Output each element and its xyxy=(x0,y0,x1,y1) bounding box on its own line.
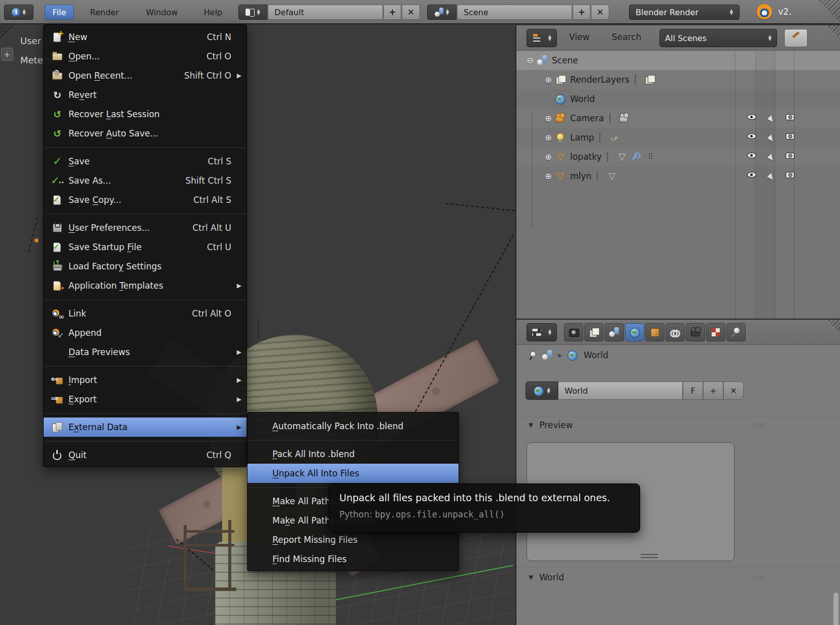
panel-drag-grip[interactable]: ::::: ::::: xyxy=(753,575,764,580)
render-engine-dropdown[interactable]: Blender Render ▲▼ xyxy=(629,5,740,20)
window-corner-grip[interactable] xyxy=(818,0,840,22)
scene-selector[interactable]: ▲▼ xyxy=(427,5,457,20)
file-menu-item-append[interactable]: Append xyxy=(44,323,247,342)
toggle-renderability-camera-icon[interactable] xyxy=(786,114,794,120)
properties-tab-object-data[interactable] xyxy=(686,323,705,341)
toggle-renderability-camera-icon[interactable] xyxy=(786,172,794,178)
empty-object-outline xyxy=(28,218,38,252)
area-divider-vertical[interactable] xyxy=(515,25,516,625)
screen-layout-name-field[interactable]: Default xyxy=(268,5,383,20)
file-menu-item-application-templates[interactable]: Application Templates▶ xyxy=(44,276,247,295)
expander-plus-icon[interactable]: ⊕ xyxy=(542,171,555,181)
properties-tab-render-layers[interactable] xyxy=(584,323,604,341)
file-menu-item-save-startup-file[interactable]: Save Startup FileCtrl U xyxy=(44,237,247,257)
object-origin-dot xyxy=(34,238,39,242)
outliner-menu-view[interactable]: View xyxy=(569,32,589,42)
expander-plus-icon[interactable]: ⊕ xyxy=(542,75,555,85)
menu-file[interactable]: File xyxy=(45,5,74,20)
outliner-row-mlyn[interactable]: ⊕▽mlyn▽ xyxy=(516,166,840,186)
properties-tab-world[interactable] xyxy=(625,323,644,341)
preview-panel-header[interactable]: ▼ Preview xyxy=(529,420,573,430)
file-menu-item-revert[interactable]: ↻Revert xyxy=(44,85,247,105)
editor-type-selector-info[interactable]: i ▲▼ xyxy=(4,5,33,20)
area-divider-horizontal[interactable] xyxy=(515,319,840,320)
file-menu-item-save-copy[interactable]: Save Copy...Ctrl Alt S xyxy=(44,190,247,210)
external-data-item-pack-all-into-blend[interactable]: Pack All Into .blend xyxy=(248,444,459,464)
file-menu-item-open-recent[interactable]: Open Recent...Shift Ctrl O▶ xyxy=(44,66,247,85)
file-menu-item-open[interactable]: Open...Ctrl O xyxy=(44,47,247,66)
scene-name-field[interactable]: Scene xyxy=(457,5,572,20)
panel-drag-grip[interactable]: ::::: ::::: xyxy=(753,423,764,428)
delete-scene-button[interactable]: ✕ xyxy=(591,5,609,20)
submenu-arrow-icon: ▶ xyxy=(234,424,241,431)
menu-item-shortcut: Ctrl O xyxy=(206,51,231,61)
outliner-row-world[interactable]: World xyxy=(516,89,840,109)
file-menu-item-recover-last-session[interactable]: ↺Recover Last Session xyxy=(44,105,247,124)
properties-tab-texture[interactable] xyxy=(706,323,725,341)
file-menu-item-new[interactable]: NewCtrl N xyxy=(44,27,247,47)
file-menu-item-data-previews[interactable]: Data Previews▶ xyxy=(44,342,247,362)
file-menu-item-recover-auto-save[interactable]: ↺Recover Auto Save... xyxy=(44,124,247,143)
file-menu-item-save-as[interactable]: ✓Save As...Shift Ctrl S xyxy=(44,171,247,190)
world-id-selector[interactable]: ▲▼ xyxy=(526,381,558,400)
properties-scrollbar[interactable] xyxy=(833,593,838,625)
fake-user-button[interactable]: F xyxy=(683,381,703,400)
world-panel-header[interactable]: ▼ World xyxy=(529,572,564,582)
checkbox-unchecked-icon[interactable] xyxy=(256,421,257,432)
outliner-row-renderlayers[interactable]: ⊕RenderLayers xyxy=(516,70,840,89)
expander-plus-icon[interactable]: ⊕ xyxy=(542,152,555,162)
file-menu-item-load-factory-settings[interactable]: Load Factory Settings xyxy=(44,257,247,276)
unlink-world-button[interactable]: ✕ xyxy=(723,381,744,400)
outliner-row-lamp[interactable]: ⊕Lamp↷ xyxy=(516,128,840,147)
properties-tab-render[interactable] xyxy=(564,323,583,341)
external-data-item-unpack-all-into-files[interactable]: Unpack All Into Files xyxy=(248,464,459,483)
menu-separator xyxy=(44,409,247,418)
world-name-field[interactable]: World xyxy=(558,381,683,400)
file-menu-item-save[interactable]: ✓SaveCtrl S xyxy=(44,152,247,171)
preview-resize-handle[interactable] xyxy=(641,554,658,558)
file-menu-item-link[interactable]: LinkCtrl Alt O xyxy=(44,304,247,323)
file-menu-item-import[interactable]: Import▶ xyxy=(44,370,247,390)
pin-icon[interactable] xyxy=(529,351,537,360)
screen-layout-selector[interactable]: ▲▼ xyxy=(238,5,267,20)
properties-tab-object[interactable] xyxy=(645,323,664,341)
file-menu-item-external-data[interactable]: External Data▶ xyxy=(44,418,247,437)
toggle-renderability-camera-icon[interactable] xyxy=(786,153,794,159)
area-corner-grip[interactable] xyxy=(0,25,15,41)
add-world-button[interactable]: + xyxy=(703,381,723,400)
properties-tab-scene[interactable] xyxy=(605,323,624,341)
file-menu-item-quit[interactable]: QuitCtrl Q xyxy=(44,445,247,465)
menu-item-label: Recover Last Session xyxy=(68,109,234,119)
file-menu-item-export[interactable]: Export▶ xyxy=(44,390,247,409)
delete-screen-layout-button[interactable]: ✕ xyxy=(402,5,420,20)
add-screen-layout-button[interactable]: + xyxy=(383,5,401,20)
properties-tab-physics[interactable] xyxy=(726,323,746,341)
outliner-editor-type-selector[interactable]: ▲▼ xyxy=(527,29,557,47)
expander-plus-icon[interactable]: ⊕ xyxy=(542,133,555,143)
expander-minus-icon[interactable]: ⊖ xyxy=(523,56,537,65)
outliner-row-scene[interactable]: ⊖Scene xyxy=(516,51,840,70)
external-data-item-automatically-pack-into-blend[interactable]: Automatically Pack Into .blend xyxy=(248,416,459,436)
external-data-item-report-missing-files[interactable]: Report Missing Files xyxy=(248,530,459,549)
outliner-filter-dropdown[interactable]: All Scenes ▲▼ xyxy=(659,29,777,47)
toggle-renderability-camera-icon[interactable] xyxy=(786,133,794,140)
menu-window[interactable]: Window xyxy=(138,5,186,20)
camera-icon xyxy=(555,113,566,123)
properties-editor-type-selector[interactable]: ▲▼ xyxy=(527,323,557,341)
file-menu-item-user-preferences[interactable]: User Preferences...Ctrl Alt U xyxy=(44,218,247,237)
outliner-filter-button[interactable] xyxy=(784,29,808,47)
outliner-editor-icon xyxy=(532,33,542,43)
viewport-add-region-button[interactable]: + xyxy=(1,48,13,61)
outliner-row-lopatky[interactable]: ⊕▽lopatky▽⠿ xyxy=(516,147,840,166)
stepper-arrows-icon: ▲▼ xyxy=(730,9,733,15)
external-data-item-find-missing-files[interactable]: Find Missing Files xyxy=(248,549,459,569)
menu-render[interactable]: Render xyxy=(81,5,128,20)
object-tab-icon xyxy=(650,327,660,337)
outliner-row-camera[interactable]: ⊕Camera xyxy=(516,109,840,128)
properties-tab-constraints[interactable] xyxy=(666,323,685,341)
quit-icon xyxy=(52,450,63,460)
outliner-menu-search[interactable]: Search xyxy=(612,32,641,42)
menu-help[interactable]: Help xyxy=(198,5,228,20)
expander-plus-icon[interactable]: ⊕ xyxy=(542,114,555,123)
add-scene-button[interactable]: + xyxy=(573,5,590,20)
